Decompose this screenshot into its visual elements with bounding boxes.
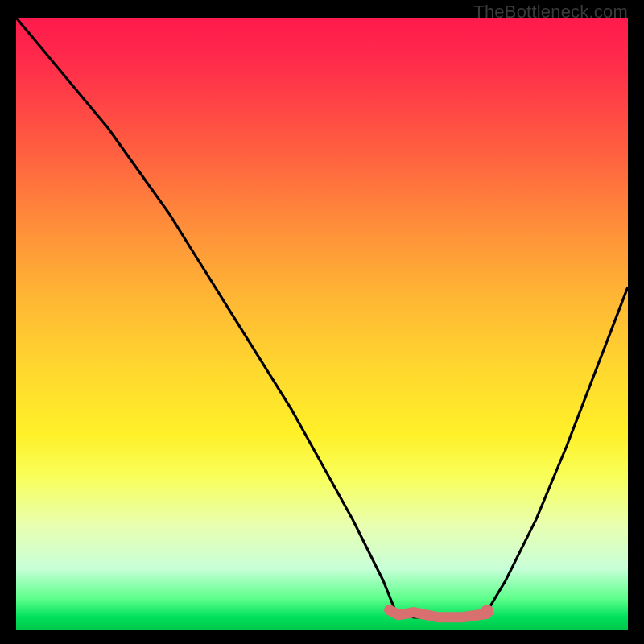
chart-frame: TheBottleneck.com	[0, 0, 644, 644]
curve-layer	[16, 18, 628, 630]
min-segment	[390, 610, 488, 617]
min-segment-line	[390, 610, 488, 617]
bottleneck-curve	[16, 18, 628, 617]
curve-line	[16, 18, 628, 617]
marker-dot	[481, 605, 493, 617]
plot-area	[16, 18, 628, 630]
watermark-text: TheBottleneck.com	[473, 2, 628, 23]
